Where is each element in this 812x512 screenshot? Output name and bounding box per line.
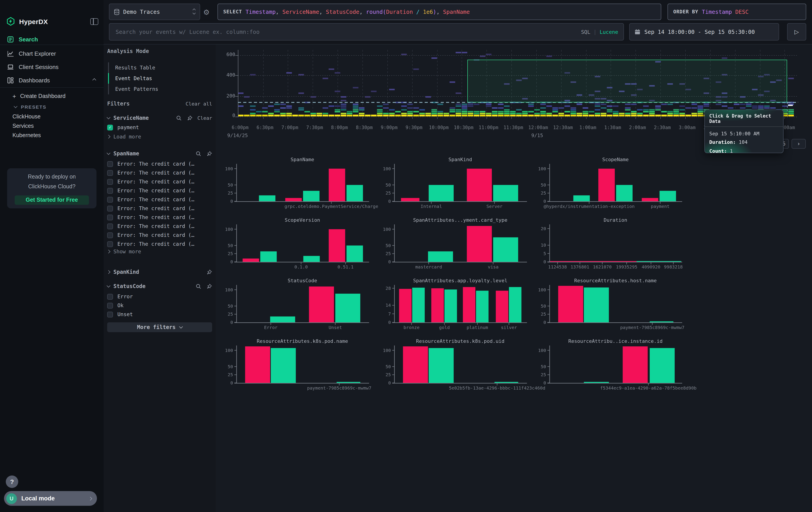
- checkbox[interactable]: [107, 312, 113, 317]
- bar[interactable]: [616, 185, 633, 201]
- search-icon[interactable]: [196, 151, 201, 157]
- bar[interactable]: [584, 382, 609, 383]
- sidebar-item-chart-explorer[interactable]: Chart Explorer: [0, 47, 104, 60]
- bar[interactable]: [271, 348, 296, 383]
- filter-option[interactable]: Error: The credit card (…: [107, 240, 212, 248]
- filter-option[interactable]: Error: The credit card (…: [107, 204, 212, 213]
- checkbox[interactable]: [107, 161, 113, 167]
- next-page-button[interactable]: ›: [791, 139, 806, 149]
- bar[interactable]: [650, 321, 673, 322]
- bar[interactable]: [309, 287, 334, 322]
- bar[interactable]: [403, 346, 428, 383]
- gear-icon[interactable]: ⚙: [203, 8, 210, 17]
- bar[interactable]: [650, 348, 675, 383]
- checkbox[interactable]: [107, 179, 113, 185]
- sidebar-item-clickhouse[interactable]: ClickHouse: [0, 111, 104, 122]
- bar[interactable]: [467, 226, 492, 262]
- mode-event-deltas[interactable]: Event Deltas: [115, 73, 152, 84]
- filter-option[interactable]: Error: The credit card (…: [107, 186, 212, 195]
- bar[interactable]: [574, 195, 590, 201]
- sql-toggle[interactable]: SQL: [581, 29, 590, 35]
- spanname-group-header[interactable]: SpanName: [107, 150, 212, 158]
- bar[interactable]: [245, 346, 270, 383]
- selection-rectangle[interactable]: [467, 60, 787, 102]
- spankind-group-header[interactable]: SpanKind: [107, 268, 212, 276]
- bar[interactable]: [259, 195, 276, 201]
- bar[interactable]: [509, 287, 521, 322]
- bar[interactable]: [346, 246, 363, 262]
- create-dashboard-button[interactable]: + Create Dashboard: [0, 91, 104, 102]
- bar[interactable]: [428, 251, 453, 262]
- statuscode-group-header[interactable]: StatusCode: [107, 282, 212, 290]
- bar[interactable]: [467, 169, 492, 201]
- search-icon[interactable]: [196, 284, 201, 289]
- run-query-button[interactable]: ▷: [787, 23, 806, 41]
- load-more-button[interactable]: Load more: [107, 134, 212, 140]
- bar[interactable]: [429, 348, 454, 383]
- checkbox[interactable]: [107, 302, 113, 308]
- checkbox[interactable]: ✓: [107, 125, 113, 130]
- get-started-button[interactable]: Get Started for Free: [15, 195, 89, 205]
- sidebar-item-client-sessions[interactable]: Client Sessions: [0, 60, 104, 73]
- filter-option[interactable]: Error: [107, 292, 212, 301]
- search-icon[interactable]: [176, 115, 182, 121]
- bar[interactable]: [303, 256, 320, 262]
- bar[interactable]: [303, 191, 320, 201]
- checkbox[interactable]: [107, 170, 113, 176]
- collapse-sidebar-icon[interactable]: [90, 18, 98, 25]
- bar[interactable]: [401, 198, 419, 201]
- filter-option[interactable]: ✓payment: [107, 123, 212, 132]
- checkbox[interactable]: [107, 294, 113, 299]
- bar[interactable]: [399, 289, 411, 322]
- help-button[interactable]: ?: [6, 476, 18, 488]
- bar[interactable]: [493, 185, 518, 201]
- clear-all-button[interactable]: Clear all: [186, 101, 212, 107]
- filter-option[interactable]: Error: The credit card (…: [107, 231, 212, 240]
- bar[interactable]: [329, 229, 345, 262]
- bar[interactable]: [329, 169, 345, 201]
- account-button[interactable]: U Local mode: [4, 491, 97, 506]
- select-clause-editor[interactable]: SELECT Timestamp, ServiceName, StatusCod…: [218, 4, 661, 20]
- bar[interactable]: [444, 289, 457, 322]
- bar[interactable]: [242, 259, 259, 262]
- bar[interactable]: [429, 185, 454, 201]
- bar[interactable]: [493, 237, 518, 262]
- pin-icon[interactable]: [206, 284, 212, 289]
- bar[interactable]: [285, 198, 302, 201]
- sidebar-item-search[interactable]: Search: [0, 33, 104, 46]
- checkbox[interactable]: [107, 241, 113, 247]
- filter-option[interactable]: Ok: [107, 301, 212, 310]
- bar[interactable]: [463, 287, 475, 322]
- checkbox[interactable]: [107, 232, 113, 238]
- bar[interactable]: [476, 291, 489, 322]
- checkbox[interactable]: [107, 206, 113, 211]
- clear-button[interactable]: Clear: [198, 115, 212, 121]
- bar[interactable]: [558, 286, 583, 322]
- order-by-editor[interactable]: ORDER BY Timestamp DESC: [667, 4, 806, 20]
- filter-option[interactable]: Error: The credit card (…: [107, 195, 212, 204]
- bar[interactable]: [496, 291, 508, 322]
- bar[interactable]: [550, 261, 637, 262]
- bar[interactable]: [660, 191, 676, 201]
- language-toggle[interactable]: SQL | Lucene: [581, 29, 618, 35]
- sidebar-item-dashboards[interactable]: Dashboards: [0, 74, 104, 86]
- source-select[interactable]: Demo Traces: [109, 4, 200, 20]
- more-filters-button[interactable]: More filters: [107, 322, 212, 332]
- bar[interactable]: [623, 346, 648, 383]
- bar[interactable]: [584, 287, 609, 322]
- bar[interactable]: [637, 261, 681, 262]
- bar[interactable]: [346, 185, 363, 201]
- bar[interactable]: [270, 317, 295, 322]
- sidebar-item-services[interactable]: Services: [0, 120, 104, 131]
- pin-icon[interactable]: [206, 269, 212, 275]
- mode-event-patterns[interactable]: Event Patterns: [115, 84, 158, 95]
- show-more-button[interactable]: Show more: [107, 248, 212, 255]
- bar[interactable]: [335, 294, 360, 322]
- bar[interactable]: [412, 288, 425, 322]
- filter-option[interactable]: Error: The credit card (…: [107, 168, 212, 177]
- servicename-group-header[interactable]: ServiceName Clear: [107, 114, 212, 122]
- bar[interactable]: [431, 288, 444, 322]
- checkbox[interactable]: [107, 223, 113, 229]
- bar[interactable]: [260, 251, 277, 262]
- pin-icon[interactable]: [206, 151, 212, 157]
